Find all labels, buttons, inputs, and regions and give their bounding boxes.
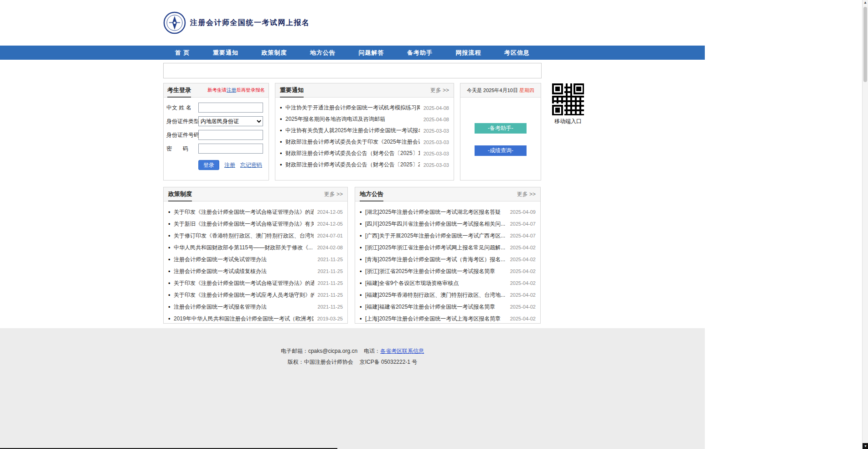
policy-item: • 注册会计师全国统一考试免试管理办法 2021-11-25	[168, 253, 343, 265]
bullet-icon: •	[168, 245, 174, 251]
scroll-up-arrow-icon[interactable]: ▲	[863, 0, 868, 5]
local-link[interactable]: [广西]关于开展2025年注册会计师全国统一考试广西考区...	[365, 232, 506, 240]
site-header: 注册会计师全国统一考试网上报名	[0, 0, 705, 46]
notices-more-link[interactable]: 更多 >>	[430, 87, 449, 94]
local-link[interactable]: [上海]2025年注册会计师全国统一考试上海考区报名简章	[365, 315, 506, 323]
notice-date: 2025-03-03	[424, 151, 449, 156]
banner-placeholder	[163, 63, 542, 78]
site-footer: 电子邮箱：cpaks@cicpa.org.cn电话：各省考区联系信息 版权：中国…	[0, 328, 705, 449]
important-notices-panel: 重要通知 更多 >> • 中注协关于开通注册会计师全国统一考试机考模拟练习网站的…	[275, 83, 454, 181]
password-label: 密 码	[166, 145, 198, 153]
local-item: • [上海]2025年注册会计师全国统一考试上海考区报名简章 2025-04-0…	[360, 313, 536, 325]
policy-link[interactable]: 关于修订印发《香港特别行政区、澳门特别行政区、台湾地区居...	[174, 232, 314, 240]
policy-panel: 政策制度 更多 >> • 关于印发《注册会计师全国统一考试合格证管理办法》的通知…	[163, 187, 348, 324]
notice-link[interactable]: 中注协关于开通注册会计师全国统一考试机考模拟练习网站的公...	[285, 104, 420, 112]
nav-item[interactable]: 重要通知	[213, 49, 238, 57]
local-announcements-panel: 地方公告 更多 >> • [湖北]2025年注册会计师全国统一考试湖北考区报名答…	[355, 187, 541, 324]
name-input[interactable]	[198, 103, 263, 113]
notice-link[interactable]: 财政部注册会计师考试委员会关于印发《2025年注册会计师...	[285, 138, 420, 146]
register-inline-link[interactable]: 注册	[227, 87, 236, 93]
policy-more-link[interactable]: 更多 >>	[324, 191, 343, 198]
notices-list: • 中注协关于开通注册会计师全国统一考试机考模拟练习网站的公... 2025-0…	[275, 98, 454, 170]
policy-date: 2024-12-05	[317, 209, 343, 215]
local-link[interactable]: [福建]福建省2025年注册会计师全国统一考试报名简章	[365, 303, 506, 311]
policy-date: 2024-02-08	[317, 245, 343, 250]
local-more-link[interactable]: 更多 >>	[517, 191, 536, 198]
notice-link[interactable]: 中注协有关负责人就2025年注册会计师全国统一考试报名相...	[285, 127, 420, 134]
scrollbar[interactable]: ▲ ▼	[862, 0, 868, 449]
local-date: 2025-04-02	[510, 280, 536, 286]
local-panel-header: 地方公告 更多 >>	[355, 187, 540, 201]
name-label: 中文 姓 名	[166, 104, 198, 112]
bullet-icon: •	[280, 105, 285, 111]
bullet-icon: •	[360, 280, 365, 286]
local-item: • [福建]2025年香港特别行政区、澳门特别行政区、台湾地... 2025-0…	[360, 289, 536, 301]
policy-link[interactable]: 中华人民共和国财政部令第115号——财政部关于修改《...	[174, 244, 314, 252]
id-type-select[interactable]: 内地居民身份证	[198, 116, 263, 126]
local-link[interactable]: [浙江]2025年浙江省注册会计师考试网上报名常见问题解...	[365, 244, 506, 252]
forgot-password-link[interactable]: 忘记密码	[240, 161, 262, 169]
local-link[interactable]: [福建]2025年香港特别行政区、澳门特别行政区、台湾地...	[365, 291, 506, 299]
notice-link[interactable]: 2025年报名期间各地咨询电话及咨询邮箱	[285, 115, 420, 123]
login-form: 中文 姓 名 身份证件类型 内地居民身份证 身份证件号码 密 码	[164, 98, 269, 170]
nav-item[interactable]: 考区信息	[504, 49, 530, 57]
notice-date: 2025-03-03	[424, 128, 449, 134]
notice-item: • 2025年报名期间各地咨询电话及咨询邮箱 2025-04-08	[280, 114, 449, 125]
login-title: 考生登录	[167, 83, 191, 98]
local-date: 2025-04-02	[510, 257, 536, 262]
score-query-button[interactable]: -成绩查询-	[475, 145, 527, 156]
policy-link[interactable]: 注册会计师全国统一考试免试管理办法	[174, 256, 314, 263]
bullet-icon: •	[360, 268, 365, 274]
local-link[interactable]: [青海]2025年注册会计师全国统一考试（青海考区）报名...	[365, 256, 506, 263]
notices-panel-header: 重要通知 更多 >>	[275, 83, 454, 98]
page-title: 注册会计师全国统一考试网上报名	[190, 18, 310, 28]
scrollbar-thumb[interactable]	[863, 7, 867, 82]
cicpa-logo-icon	[163, 11, 186, 34]
nav-item[interactable]: 问题解答	[359, 49, 384, 57]
exam-aid-button[interactable]: -备考助手-	[475, 123, 527, 134]
email-value: cpaks@cicpa.org.cn	[308, 348, 357, 354]
policy-item: • 关于修订印发《香港特别行政区、澳门特别行政区、台湾地区居... 2024-0…	[168, 230, 343, 242]
local-item: • [福建]福建省2025年注册会计师全国统一考试报名简章 2025-04-02	[360, 301, 536, 313]
notice-date: 2025-04-08	[424, 117, 449, 122]
policy-link[interactable]: 关于印发《注册会计师全国统一考试合格证管理办法》的通知	[174, 279, 314, 287]
nav-item[interactable]: 备考助手	[407, 49, 433, 57]
local-item: • [四川]2025年四川省注册会计师全国统一考试报名相关问... 2025-0…	[360, 218, 536, 230]
nav-item[interactable]: 地方公告	[310, 49, 336, 57]
notice-link[interactable]: 财政部注册会计师考试委员会公告（财考公告〔2025〕2号...	[285, 161, 420, 169]
policy-date: 2024-12-05	[317, 221, 343, 227]
local-link[interactable]: [四川]2025年四川省注册会计师全国统一考试报名相关问...	[365, 220, 506, 228]
contact-info-link[interactable]: 各省考区联系信息	[380, 348, 424, 354]
local-date: 2025-04-02	[510, 292, 536, 298]
login-button[interactable]: 登录	[198, 160, 219, 170]
nav-item[interactable]: 政策制度	[262, 49, 287, 57]
notices-title: 重要通知	[280, 83, 304, 98]
nav-item[interactable]: 网报流程	[455, 49, 481, 57]
local-title: 地方公告	[360, 187, 383, 201]
policy-item: • 注册会计师全国统一考试报名管理办法 2021-11-25	[168, 301, 343, 313]
policy-link[interactable]: 2019年中华人民共和国注册会计师全国统一考试（欧洲考区...	[174, 315, 314, 323]
bullet-icon: •	[360, 257, 365, 263]
password-input[interactable]	[198, 144, 263, 154]
notice-date: 2025-03-03	[424, 139, 449, 145]
policy-link[interactable]: 注册会计师全国统一考试报名管理办法	[174, 303, 314, 311]
bullet-icon: •	[280, 116, 285, 122]
copyright-label: 版权：	[288, 359, 304, 365]
scroll-down-arrow-icon[interactable]: ▼	[863, 443, 868, 449]
policy-date: 2024-07-01	[317, 233, 343, 238]
today-weekday: 星期四	[519, 88, 534, 93]
policy-link[interactable]: 关于新旧《注册会计师全国统一考试合格证管理办法》有关衔接...	[174, 220, 314, 228]
id-number-input[interactable]	[198, 130, 263, 140]
policy-link[interactable]: 关于印发《注册会计师全国统一考试应考人员考场守则》的通知	[174, 291, 314, 299]
local-link[interactable]: [浙江]浙江省2025年注册会计师全国统一考试报名简章	[365, 268, 506, 275]
policy-date: 2021-11-25	[318, 268, 343, 274]
register-link[interactable]: 注册	[224, 161, 235, 169]
local-link[interactable]: [福建]全省9个各设区市现场资格审核点	[365, 279, 506, 287]
nav-item[interactable]: 首 页	[175, 49, 190, 57]
local-date: 2025-04-07	[510, 221, 536, 227]
local-link[interactable]: [湖北]2025年注册会计师全国统一考试湖北考区报名答疑	[365, 208, 506, 216]
id-number-row: 身份证件号码	[166, 130, 266, 140]
notice-link[interactable]: 财政部注册会计师考试委员会公告（财考公告〔2025〕1号...	[285, 150, 420, 157]
policy-link[interactable]: 关于印发《注册会计师全国统一考试合格证管理办法》的通知	[174, 208, 314, 216]
policy-link[interactable]: 注册会计师全国统一考试成绩复核办法	[174, 268, 314, 275]
